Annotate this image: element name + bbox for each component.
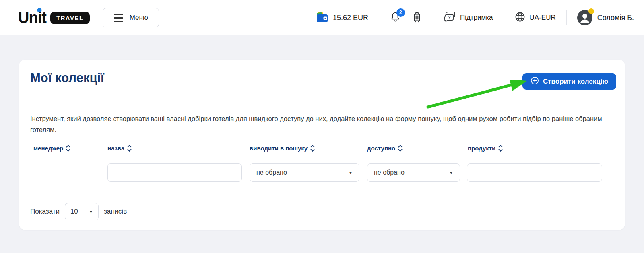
header-right-cluster: 15.62 EUR 2 xyxy=(316,10,634,25)
show-label: Показати xyxy=(30,208,60,216)
luggage-icon xyxy=(411,11,423,25)
wallet-balance[interactable]: 15.62 EUR xyxy=(316,11,368,24)
sort-icon xyxy=(66,145,70,152)
select-value: не обрано xyxy=(374,169,405,176)
notifications-button[interactable]: 2 xyxy=(390,11,401,25)
language-label: UA-EUR xyxy=(530,14,556,22)
support-button[interactable]: ? Підтримка xyxy=(444,11,493,25)
globe-icon xyxy=(514,11,526,25)
name-filter-input[interactable] xyxy=(107,163,242,182)
header-divider xyxy=(566,10,567,25)
top-navigation-bar: Unit TRAVEL Меню 15.62 EUR xyxy=(0,0,644,35)
page-title: Мої колекції xyxy=(30,71,104,85)
avatar xyxy=(577,10,592,25)
language-currency-selector[interactable]: UA-EUR xyxy=(514,11,556,25)
select-value: не обрано xyxy=(256,169,287,176)
unit-travel-logo[interactable]: Unit TRAVEL xyxy=(18,10,90,25)
column-header-products[interactable]: продукти xyxy=(468,145,503,152)
column-header-label: виводити в пошуку xyxy=(250,145,308,152)
status-dot xyxy=(588,8,594,14)
wallet-balance-amount: 15.62 EUR xyxy=(333,14,368,22)
column-header-manager[interactable]: менеджер xyxy=(33,145,70,152)
create-collection-label: Створити колекцію xyxy=(543,78,608,86)
show-in-search-filter-select[interactable]: не обрано ▼ xyxy=(250,163,359,182)
caret-down-icon: ▼ xyxy=(449,171,453,175)
column-header-label: менеджер xyxy=(33,145,63,152)
header-divider xyxy=(433,10,433,25)
wallet-icon xyxy=(316,11,329,24)
menu-button[interactable]: Меню xyxy=(103,8,159,27)
plus-icon xyxy=(530,76,539,87)
records-label: записів xyxy=(104,208,127,216)
caret-down-icon: ▼ xyxy=(349,171,353,175)
sort-icon xyxy=(498,145,503,152)
hamburger-icon xyxy=(114,14,123,22)
page-size-row: Показати 10 ▼ записів xyxy=(30,203,127,220)
column-header-label: доступно xyxy=(367,145,395,152)
column-header-label: продукти xyxy=(468,145,495,152)
notification-badge: 2 xyxy=(396,8,405,17)
sort-icon xyxy=(310,145,315,152)
logo-brand-text: Unit xyxy=(18,10,46,25)
header-divider xyxy=(379,10,379,25)
user-account-menu[interactable]: Соломія Б. xyxy=(577,10,634,25)
available-filter-select[interactable]: не обрано ▼ xyxy=(367,163,460,182)
sort-icon xyxy=(398,145,402,152)
sort-icon xyxy=(127,145,132,152)
user-name: Соломія Б. xyxy=(597,14,634,22)
create-collection-button[interactable]: Створити колекцію xyxy=(522,73,616,90)
column-header-available[interactable]: доступно xyxy=(367,145,402,152)
column-header-label: назва xyxy=(107,145,124,152)
header-divider xyxy=(504,10,504,25)
column-header-name[interactable]: назва xyxy=(107,145,132,152)
svg-text:?: ? xyxy=(448,15,451,20)
page-description: Інструмент, який дозволяє створювати ваш… xyxy=(30,113,613,135)
collections-panel: Мої колекції Створити колекцію Інструмен… xyxy=(19,60,625,230)
support-icon: ? xyxy=(444,11,456,25)
menu-button-label: Меню xyxy=(130,14,148,22)
caret-down-icon: ▼ xyxy=(89,210,93,214)
page-size-value: 10 xyxy=(70,208,78,216)
page-size-select[interactable]: 10 ▼ xyxy=(65,203,99,220)
logo-travel-badge: TRAVEL xyxy=(50,12,90,24)
support-label: Підтримка xyxy=(460,14,493,22)
luggage-button[interactable] xyxy=(411,11,423,25)
products-filter-input[interactable] xyxy=(467,163,602,182)
column-header-show-in-search[interactable]: виводити в пошуку xyxy=(250,145,315,152)
